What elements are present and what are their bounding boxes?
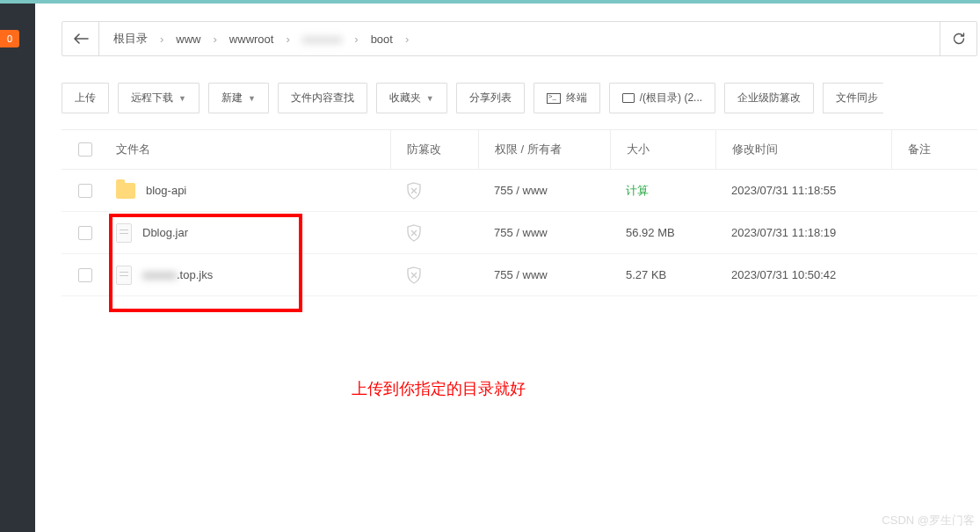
crumb-wwwroot[interactable]: wwwroot [224, 33, 279, 46]
file-icon [116, 223, 132, 243]
shield-icon[interactable] [406, 224, 422, 242]
table-row[interactable]: Dblog.jar 755 / www 56.92 MB 2023/07/31 … [62, 212, 977, 254]
toolbar: 上传 远程下载 ▼ 新建 ▼ 文件内容查找 收藏夹 ▼ 分享列表 终端 /(根目… [62, 83, 980, 113]
table-row[interactable]: blog-api 755 / www 计算 2023/07/31 11:18:5… [62, 170, 977, 212]
terminal-icon [547, 93, 561, 104]
sidebar: 0 [0, 4, 35, 532]
file-name[interactable]: xxxxxx.top.jks [142, 268, 213, 281]
file-name[interactable]: blog-api [146, 184, 186, 197]
breadcrumb-path: 根目录 › www › wwwroot › xxxxxxx › boot › [99, 22, 940, 55]
crumb-blurred[interactable]: xxxxxxx [297, 33, 348, 46]
folder-icon [116, 183, 135, 199]
chevron-down-icon: ▼ [248, 94, 256, 103]
table-row[interactable]: xxxxxx.top.jks 755 / www 5.27 KB 2023/07… [62, 254, 977, 296]
new-button[interactable]: 新建 ▼ [208, 83, 269, 113]
crumb-www[interactable]: www [171, 33, 206, 46]
terminal-label: 终端 [566, 91, 587, 106]
favorites-button[interactable]: 收藏夹 ▼ [376, 83, 447, 113]
chevron-right-icon: › [282, 33, 293, 46]
file-mtime: 2023/07/31 11:18:19 [715, 212, 891, 253]
chevron-right-icon: › [351, 33, 361, 46]
share-list-button[interactable]: 分享列表 [456, 83, 525, 113]
calculate-size-link[interactable]: 计算 [626, 183, 649, 199]
shield-icon[interactable] [406, 182, 422, 200]
crumb-boot[interactable]: boot [366, 33, 398, 46]
file-perm: 755 / www [478, 170, 610, 211]
file-perm: 755 / www [478, 254, 610, 295]
chevron-right-icon: › [210, 33, 221, 46]
refresh-button[interactable] [940, 22, 976, 55]
file-sync-button[interactable]: 文件同步 [823, 83, 883, 113]
col-header-mtime[interactable]: 修改时间 [715, 130, 891, 169]
col-header-perm[interactable]: 权限 / 所有者 [478, 130, 610, 169]
col-header-name[interactable]: 文件名 [109, 142, 390, 157]
main-panel: 根目录 › www › wwwroot › xxxxxxx › boot › 上… [35, 4, 980, 532]
col-header-remark[interactable]: 备注 [891, 130, 977, 169]
file-mtime: 2023/07/31 11:18:55 [715, 170, 891, 211]
table-header: 文件名 防篡改 权限 / 所有者 大小 修改时间 备注 [62, 129, 977, 170]
crumb-root[interactable]: 根目录 [108, 31, 153, 47]
col-header-size[interactable]: 大小 [610, 130, 715, 169]
row-checkbox[interactable] [78, 226, 92, 240]
enterprise-tamper-button[interactable]: 企业级防篡改 [724, 83, 814, 113]
chevron-right-icon: › [402, 33, 412, 46]
file-table: 文件名 防篡改 权限 / 所有者 大小 修改时间 备注 blog-api 755… [62, 129, 977, 296]
chevron-right-icon: › [156, 33, 167, 46]
breadcrumb-bar: 根目录 › www › wwwroot › xxxxxxx › boot › [62, 21, 977, 56]
back-button[interactable] [62, 22, 99, 55]
file-perm: 755 / www [478, 212, 610, 253]
select-all-checkbox[interactable] [78, 142, 92, 157]
watermark: CSDN @罗生门客 [882, 513, 975, 528]
annotation-text: 上传到你指定的目录就好 [352, 378, 526, 399]
disk-root-label: /(根目录) (2... [640, 91, 702, 106]
terminal-button[interactable]: 终端 [534, 83, 600, 113]
row-checkbox[interactable] [78, 184, 92, 198]
chevron-down-icon: ▼ [178, 94, 186, 103]
file-size: 5.27 KB [610, 254, 715, 295]
file-name[interactable]: Dblog.jar [142, 226, 188, 239]
disk-root-button[interactable]: /(根目录) (2... [609, 83, 715, 113]
col-header-tamper[interactable]: 防篡改 [390, 130, 478, 169]
disk-icon [622, 93, 635, 103]
shield-icon[interactable] [406, 266, 422, 284]
row-checkbox[interactable] [78, 268, 92, 282]
chevron-down-icon: ▼ [426, 94, 434, 103]
remote-download-button[interactable]: 远程下载 ▼ [118, 83, 200, 113]
new-label: 新建 [221, 91, 243, 106]
favorites-label: 收藏夹 [389, 91, 421, 106]
file-size: 56.92 MB [610, 212, 715, 253]
remote-download-label: 远程下载 [131, 91, 173, 106]
sidebar-badge: 0 [0, 30, 19, 47]
file-mtime: 2023/07/31 10:50:42 [715, 254, 891, 295]
content-search-button[interactable]: 文件内容查找 [278, 83, 367, 113]
upload-button[interactable]: 上传 [62, 83, 109, 113]
file-icon [116, 266, 132, 285]
